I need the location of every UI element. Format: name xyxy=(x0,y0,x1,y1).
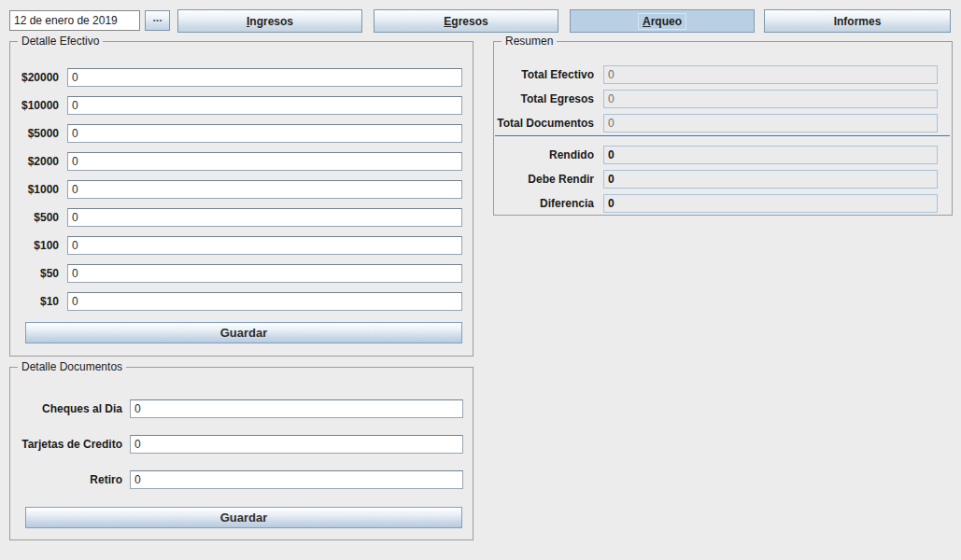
documento-input[interactable] xyxy=(130,470,463,489)
denomination-row: $5000 xyxy=(10,124,473,143)
denomination-input[interactable] xyxy=(67,292,462,311)
resumen-total-label: Total Efectivo xyxy=(494,68,594,81)
nav-button-label: Ingresos xyxy=(242,13,298,30)
resumen-result-row: Rendido xyxy=(494,146,952,164)
nav-button-label: Informes xyxy=(829,13,886,30)
guardar-documentos-button[interactable]: Guardar xyxy=(25,507,462,528)
denomination-input[interactable] xyxy=(67,180,462,199)
documento-input[interactable] xyxy=(130,435,463,454)
resumen-result-label: Rendido xyxy=(494,148,594,161)
resumen-result-value xyxy=(603,146,938,164)
resumen-totals: Total Efectivo Total Egresos Total Docum… xyxy=(494,65,952,138)
documento-row: Cheques al Dia xyxy=(10,399,473,418)
resumen-total-value xyxy=(603,65,938,84)
resumen-result-label: Diferencia xyxy=(494,197,594,210)
documento-label: Tarjetas de Credito xyxy=(10,438,122,451)
documento-label: Cheques al Dia xyxy=(10,402,122,415)
date-picker-button[interactable]: ... xyxy=(145,10,170,31)
denomination-input[interactable] xyxy=(67,96,462,115)
resumen-total-value xyxy=(603,90,938,108)
denomination-row: $50 xyxy=(10,264,473,283)
denomination-label: $1000 xyxy=(10,183,59,196)
nav-button-arqueo[interactable]: Arqueo xyxy=(570,9,755,33)
resumen-total-row: Total Egresos xyxy=(494,90,952,108)
denomination-row: $10 xyxy=(10,292,473,311)
resumen-result-label: Debe Rendir xyxy=(494,173,594,186)
date-input[interactable] xyxy=(9,10,140,31)
denomination-input[interactable] xyxy=(67,208,462,227)
nav-button-ingresos[interactable]: Ingresos xyxy=(177,9,362,33)
resumen-total-row: Total Efectivo xyxy=(494,65,952,84)
denomination-label: $100 xyxy=(10,239,59,252)
denomination-input[interactable] xyxy=(67,124,462,143)
guardar-efectivo-button[interactable]: Guardar xyxy=(25,322,462,343)
nav-button-informes[interactable]: Informes xyxy=(764,9,951,33)
denomination-input[interactable] xyxy=(67,152,462,171)
documento-row: Retiro xyxy=(10,470,473,489)
detalle-documentos-panel: Detalle Documentos Cheques al Dia Tarjet… xyxy=(9,367,473,540)
nav-button-label: Arqueo xyxy=(638,13,686,30)
resumen-separator xyxy=(495,135,950,137)
documento-label: Retiro xyxy=(10,473,122,486)
resumen-total-row: Total Documentos xyxy=(494,114,952,133)
denomination-label: $10000 xyxy=(10,99,59,112)
resumen-result-value xyxy=(603,170,938,189)
resumen-title: Resumen xyxy=(502,35,557,49)
nav-button-label: Egresos xyxy=(439,13,492,30)
resumen-results: Rendido Debe Rendir Diferencia xyxy=(494,146,952,218)
denomination-input[interactable] xyxy=(67,68,462,87)
denomination-label: $50 xyxy=(10,267,59,280)
resumen-result-row: Debe Rendir xyxy=(494,170,952,189)
denomination-input[interactable] xyxy=(67,236,462,255)
denomination-row: $1000 xyxy=(10,180,473,199)
documento-row: Tarjetas de Credito xyxy=(10,435,473,454)
resumen-total-label: Total Egresos xyxy=(494,92,594,105)
denomination-label: $2000 xyxy=(10,155,59,168)
denomination-rows: $20000 $10000 $5000 $2000 xyxy=(10,68,473,320)
denomination-row: $2000 xyxy=(10,152,473,171)
resumen-panel: Resumen Total Efectivo Total Egresos Tot… xyxy=(493,41,953,216)
resumen-total-label: Total Documentos xyxy=(494,117,594,130)
detalle-efectivo-title: Detalle Efectivo xyxy=(18,35,103,49)
documento-rows: Cheques al Dia Tarjetas de Credito Retir… xyxy=(10,399,473,506)
denomination-input[interactable] xyxy=(67,264,462,283)
resumen-result-row: Diferencia xyxy=(494,194,952,213)
denomination-row: $500 xyxy=(10,208,473,227)
denomination-label: $20000 xyxy=(10,71,59,84)
documento-input[interactable] xyxy=(130,399,463,418)
denomination-row: $20000 xyxy=(10,68,473,87)
resumen-result-value xyxy=(603,194,938,213)
nav-button-egresos[interactable]: Egresos xyxy=(374,9,558,33)
denomination-row: $10000 xyxy=(10,96,473,115)
denomination-label: $10 xyxy=(10,295,59,308)
detalle-efectivo-panel: Detalle Efectivo $20000 $10000 $5000 xyxy=(9,41,473,357)
denomination-label: $500 xyxy=(10,211,59,224)
arqueo-window: ... Ingresos Egresos Arqueo Informes Det… xyxy=(0,0,961,560)
denomination-row: $100 xyxy=(10,236,473,255)
resumen-total-value xyxy=(603,114,938,133)
detalle-documentos-title: Detalle Documentos xyxy=(18,360,126,374)
denomination-label: $5000 xyxy=(10,127,59,140)
